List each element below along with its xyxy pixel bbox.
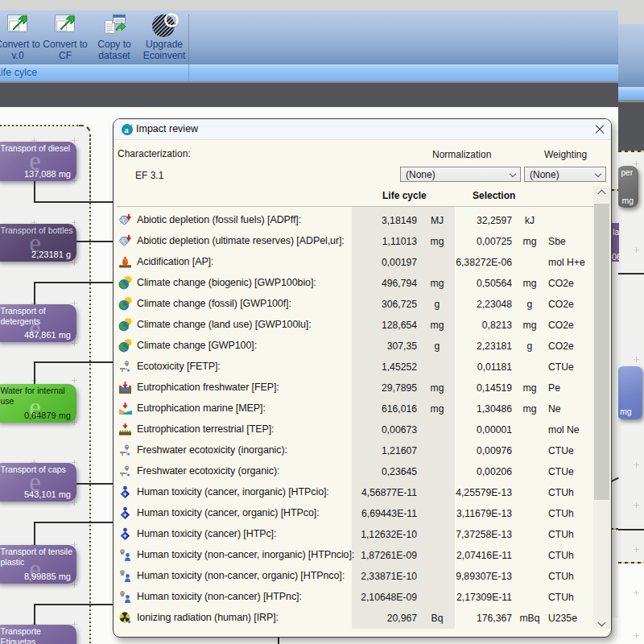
svg-text:a: a bbox=[124, 125, 129, 134]
